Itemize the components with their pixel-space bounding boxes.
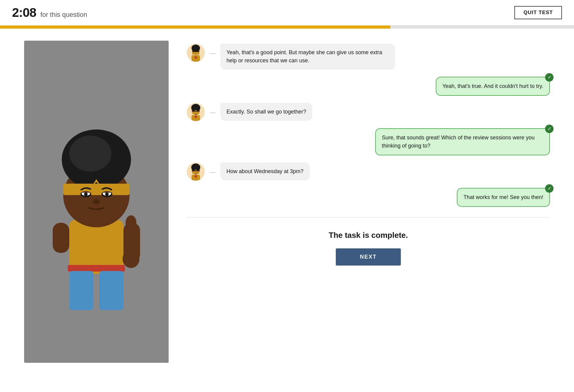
character-panel [24, 41, 169, 363]
svg-point-16 [105, 192, 109, 196]
next-button[interactable]: NEXT [336, 248, 401, 266]
svg-point-27 [195, 56, 197, 59]
svg-point-34 [195, 116, 197, 118]
check-badge-2: ✓ [545, 73, 554, 82]
message-row-1: Yeah, that's a good point. But maybe she… [187, 44, 550, 70]
svg-rect-31 [192, 112, 199, 114]
avatar-3 [187, 103, 205, 121]
section-divider [187, 217, 550, 217]
avatar-5 [187, 163, 205, 181]
svg-rect-9 [63, 184, 129, 195]
svg-point-24 [192, 45, 200, 52]
timer-section: 2:08 for this question [12, 5, 87, 20]
timer-label: for this question [40, 11, 87, 19]
svg-rect-2 [68, 265, 125, 272]
svg-point-15 [84, 192, 88, 196]
bubble-4: Sure, that sounds great! Which of the re… [375, 128, 550, 155]
check-badge-6: ✓ [545, 184, 554, 193]
avatar-1 [187, 44, 205, 62]
svg-point-19 [126, 215, 136, 230]
task-complete-label: The task is complete. [329, 231, 408, 240]
bubble-1: Yeah, that's a good point. But maybe she… [220, 44, 395, 70]
svg-rect-21 [53, 223, 69, 253]
progress-bar-fill [0, 26, 390, 29]
bubble-5: How about Wednesday at 3pm? [220, 163, 310, 180]
bubble-6: That works for me! See you then! ✓ [457, 188, 550, 207]
bubble-2: Yeah, that's true. And it couldn't hurt … [436, 77, 550, 96]
svg-point-8 [69, 135, 111, 172]
check-badge-4: ✓ [545, 125, 554, 133]
character-illustration [24, 93, 169, 310]
message-row-5: How about Wednesday at 3pm? [187, 163, 550, 181]
message-row-4: Sure, that sounds great! Which of the re… [187, 128, 550, 155]
svg-point-17 [93, 199, 100, 204]
timer-display: 2:08 [12, 5, 36, 20]
svg-rect-25 [192, 52, 199, 54]
message-row-2: Yeah, that's true. And it couldn't hurt … [187, 77, 550, 96]
svg-rect-38 [192, 171, 199, 174]
message-row-6: That works for me! See you then! ✓ [187, 188, 550, 207]
quit-test-button[interactable]: QUIT TEST [514, 6, 562, 19]
message-row-3: Exactly. So shall we go together? [187, 103, 550, 121]
chat-panel: Yeah, that's a good point. But maybe she… [187, 41, 550, 363]
header: 2:08 for this question QUIT TEST [0, 0, 574, 26]
bubble-3: Exactly. So shall we go together? [220, 103, 312, 121]
task-complete-section: The task is complete. NEXT [187, 231, 550, 266]
svg-rect-4 [99, 271, 123, 310]
main-content: Yeah, that's a good point. But maybe she… [0, 29, 574, 375]
svg-point-41 [195, 175, 197, 178]
progress-bar-container [0, 26, 574, 29]
svg-point-20 [123, 250, 139, 268]
svg-rect-3 [69, 271, 93, 310]
